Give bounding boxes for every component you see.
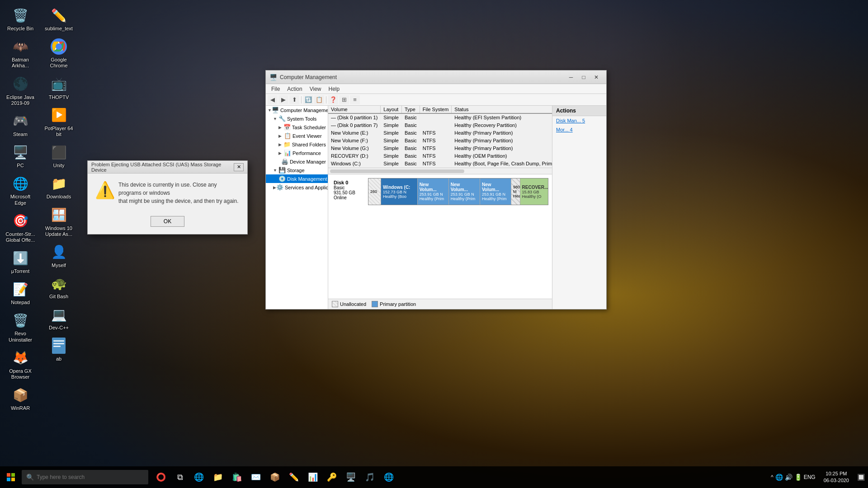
- menu-help[interactable]: Help: [325, 85, 344, 93]
- disk-part-g[interactable]: New Volum... 253.91 GB N Healthy (Prim: [480, 178, 511, 205]
- svg-rect-8: [11, 473, 15, 477]
- tray-battery[interactable]: 🔋: [794, 474, 802, 481]
- tree-item-system-tools[interactable]: ▼ 🔧 System Tools: [266, 114, 328, 123]
- toolbar-refresh[interactable]: 🔃: [303, 95, 313, 104]
- tree-item-disk-management[interactable]: 💿 Disk Management: [266, 174, 328, 183]
- toolbar-back[interactable]: ◀: [268, 95, 278, 104]
- maximize-button[interactable]: □: [577, 72, 590, 82]
- taskbar-monitor[interactable]: 🖥️: [342, 466, 360, 488]
- icon-steam[interactable]: 🎮 Steam: [2, 110, 38, 139]
- taskbar-sketchbook[interactable]: ✏️: [285, 466, 303, 488]
- icon-thoptv[interactable]: 📺 THOPTV: [41, 73, 77, 102]
- taskbar-mail[interactable]: ✉️: [247, 466, 265, 488]
- col-type[interactable]: Type: [401, 106, 420, 113]
- toolbar-view[interactable]: ⊞: [339, 95, 349, 104]
- col-status[interactable]: Status: [452, 106, 552, 113]
- disk-part-recovery[interactable]: RECOVER... 15.83 GB Healthy (O: [520, 178, 548, 205]
- icon-chrome[interactable]: Google Chrome: [41, 36, 77, 70]
- taskbar-cortana[interactable]: ⭕: [152, 466, 170, 488]
- icon-notepad[interactable]: 📝 Notepad: [2, 278, 38, 307]
- disk-part-f[interactable]: New Volum... 253.91 GB N Healthy (Prim: [449, 178, 480, 205]
- minimize-button[interactable]: ─: [565, 72, 577, 82]
- dialog-ok-button[interactable]: OK: [151, 216, 184, 227]
- taskbar-pinned-icons: ⭕ ⧉ 🌐 📁 🛍️ ✉️ 📦 ✏️ 📊 🔑 🖥️ 🎵 🌐: [152, 466, 398, 488]
- icon-win10update[interactable]: 🪟 Windows 10 Update As...: [41, 204, 77, 239]
- tree-item-task-scheduler[interactable]: ▶ 📅 Task Scheduler: [266, 123, 328, 131]
- icon-gitbash[interactable]: 🐢 Git Bash: [41, 272, 77, 301]
- icon-unity[interactable]: ⬛ Unity: [41, 141, 77, 170]
- toolbar-properties[interactable]: 📋: [314, 95, 324, 104]
- table-row[interactable]: RECOVERY (D:) Simple Basic NTFS Healthy …: [328, 152, 552, 160]
- window-toolbar: ◀ ▶ ⬆ 🔃 📋 ❓ ⊞ ≡: [266, 94, 606, 106]
- dialog-close-button[interactable]: ✕: [234, 163, 244, 171]
- taskbar-mediamonkey[interactable]: 🎵: [361, 466, 379, 488]
- tray-chevron[interactable]: ^: [771, 474, 774, 480]
- taskbar-unknown1[interactable]: 📊: [304, 466, 322, 488]
- table-hscrollbar[interactable]: [328, 168, 552, 174]
- disk-part-windows[interactable]: Windows (C: 152.73 GB N Healthy (Boo: [381, 178, 418, 205]
- taskbar-explorer[interactable]: 📁: [209, 466, 227, 488]
- icon-pc[interactable]: 🖥️ PC: [2, 141, 38, 170]
- icon-myself[interactable]: 👤 Myself: [41, 241, 77, 270]
- icon-winrar[interactable]: 📦 WinRAR: [2, 384, 38, 413]
- window-controls: ─ □ ✕: [565, 72, 603, 82]
- table-row[interactable]: — (Disk 0 partition 1) Simple Basic Heal…: [328, 113, 552, 122]
- menu-action[interactable]: Action: [283, 85, 306, 93]
- tree-item-shared-folders[interactable]: ▶ 📁 Shared Folders: [266, 140, 328, 149]
- notification-center[interactable]: 🔲: [854, 466, 868, 488]
- toolbar-up[interactable]: ⬆: [289, 95, 299, 104]
- toolbar-help[interactable]: ❓: [328, 95, 338, 104]
- taskbar-search-box[interactable]: 🔍: [22, 470, 148, 484]
- tray-volume[interactable]: 🔊: [785, 474, 793, 481]
- col-volume[interactable]: Volume: [328, 106, 381, 113]
- table-row[interactable]: New Volume (E:) Simple Basic NTFS Health…: [328, 129, 552, 137]
- taskbar-bitwarden[interactable]: 🔑: [323, 466, 341, 488]
- icon-ab[interactable]: ab: [41, 335, 77, 364]
- icon-downloads[interactable]: 📁 Downloads: [41, 173, 77, 202]
- col-filesystem[interactable]: File System: [420, 106, 451, 113]
- tree-item-root[interactable]: ▼ 🖥️ Computer Management (L: [266, 106, 328, 114]
- tree-item-performance[interactable]: ▶ 📊 Performance: [266, 149, 328, 157]
- taskbar-edge[interactable]: 🌐: [190, 466, 208, 488]
- icon-batman[interactable]: 🦇 Batman Arkha...: [2, 36, 38, 70]
- icon-dev-cpp[interactable]: 💻 Dev-C++: [41, 304, 77, 333]
- close-button[interactable]: ✕: [590, 72, 603, 82]
- menu-view[interactable]: View: [306, 85, 325, 93]
- table-row[interactable]: — (Disk 0 partition 7) Simple Basic Heal…: [328, 122, 552, 129]
- toolbar-forward[interactable]: ▶: [278, 95, 288, 104]
- icon-csglobal[interactable]: 🎯 Counter-Str... Global Offe...: [2, 210, 38, 245]
- icon-recycle-bin[interactable]: 🗑️ Recycle Bin: [2, 5, 38, 33]
- svg-rect-3: [53, 346, 61, 347]
- table-row[interactable]: New Volume (F:) Simple Basic NTFS Health…: [328, 137, 552, 145]
- icon-sublime[interactable]: ✏️ sublime_text: [41, 5, 77, 33]
- icon-opera[interactable]: 🦊 Opera GX Browser: [2, 347, 38, 382]
- taskbar-store[interactable]: 🛍️: [228, 466, 246, 488]
- taskbar-multitask[interactable]: ⧉: [171, 466, 189, 488]
- icon-edge[interactable]: 🌐 Microsoft Edge: [2, 173, 38, 207]
- icon-potplayer[interactable]: ▶️ PotPlayer 64 bit: [41, 104, 77, 139]
- tray-lang[interactable]: ENG: [804, 474, 816, 480]
- tree-item-device-manager[interactable]: 🖨️ Device Manager: [266, 157, 328, 166]
- icon-revo[interactable]: 🗑️ Revo Uninstaller: [2, 310, 38, 344]
- table-row[interactable]: New Volume (G:) Simple Basic NTFS Health…: [328, 145, 552, 152]
- icon-eclipse[interactable]: 🌑 Eclipse Java 2019-09: [2, 73, 38, 108]
- search-input[interactable]: [37, 474, 136, 480]
- actions-more[interactable]: Mor... 4: [552, 125, 606, 134]
- taskbar-chrome[interactable]: 🌐: [380, 466, 398, 488]
- tree-item-services[interactable]: ▶ ⚙️ Services and Applicatio...: [266, 183, 328, 192]
- taskbar-clock[interactable]: 10:25 PM 06-03-2020: [819, 466, 854, 488]
- disk-part-e[interactable]: New Volum... 253.91 GB N Healthy (Prim: [418, 178, 449, 205]
- tree-item-storage[interactable]: ▼ 💾 Storage: [266, 166, 328, 174]
- toolbar-list[interactable]: ≡: [350, 95, 360, 104]
- tray-network[interactable]: 🌐: [775, 474, 783, 481]
- disk-part-small[interactable]: 980 M Healt...: [511, 178, 520, 205]
- actions-disk-management[interactable]: Disk Man... 5: [552, 116, 606, 125]
- disk-part-unalloc[interactable]: 260: [368, 178, 381, 205]
- menu-file[interactable]: File: [268, 85, 283, 93]
- tree-item-event-viewer[interactable]: ▶ 📋 Event Viewer: [266, 131, 328, 140]
- table-row[interactable]: Windows (C:) Simple Basic NTFS Healthy (…: [328, 160, 552, 168]
- col-layout[interactable]: Layout: [381, 106, 402, 113]
- taskbar-dropbox[interactable]: 📦: [266, 466, 284, 488]
- start-button[interactable]: [0, 466, 22, 488]
- icon-utorrent[interactable]: ⬇️ μTorrent: [2, 247, 38, 276]
